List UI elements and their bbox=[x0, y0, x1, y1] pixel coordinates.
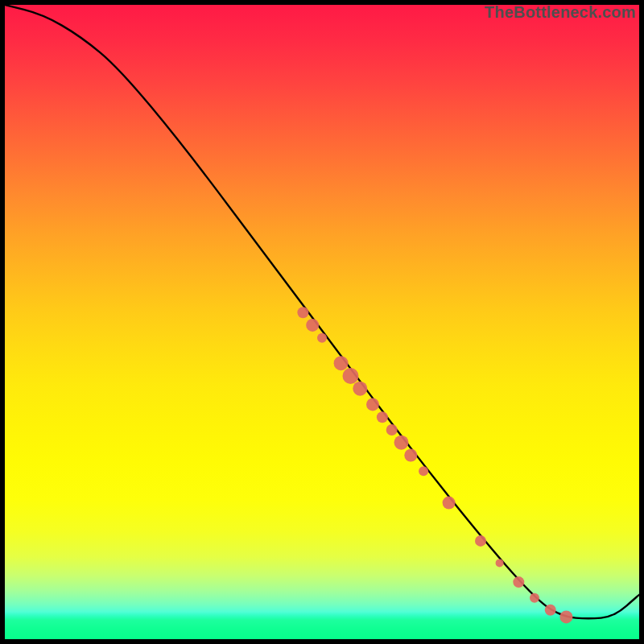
data-marker bbox=[377, 411, 388, 423]
data-marker bbox=[353, 382, 367, 396]
data-marker bbox=[545, 605, 556, 616]
data-marker bbox=[317, 333, 327, 343]
data-marker bbox=[443, 497, 456, 510]
chart-svg bbox=[5, 5, 639, 639]
data-marker bbox=[475, 535, 486, 547]
plot-area bbox=[5, 5, 639, 639]
data-marker bbox=[297, 307, 308, 318]
data-marker bbox=[513, 576, 524, 588]
bottleneck-curve bbox=[5, 5, 639, 618]
data-marker bbox=[530, 593, 539, 603]
data-marker bbox=[394, 436, 409, 450]
data-markers bbox=[297, 307, 572, 623]
watermark-text: TheBottleneck.com bbox=[485, 3, 636, 22]
data-marker bbox=[419, 466, 428, 476]
data-marker bbox=[496, 559, 504, 567]
data-marker bbox=[559, 610, 572, 623]
data-marker bbox=[366, 398, 379, 411]
data-marker bbox=[404, 449, 417, 462]
data-marker bbox=[334, 356, 349, 370]
data-marker bbox=[343, 368, 359, 384]
data-marker bbox=[306, 319, 319, 332]
data-marker bbox=[386, 424, 398, 436]
bottleneck-chart: TheBottleneck.com bbox=[0, 0, 644, 644]
